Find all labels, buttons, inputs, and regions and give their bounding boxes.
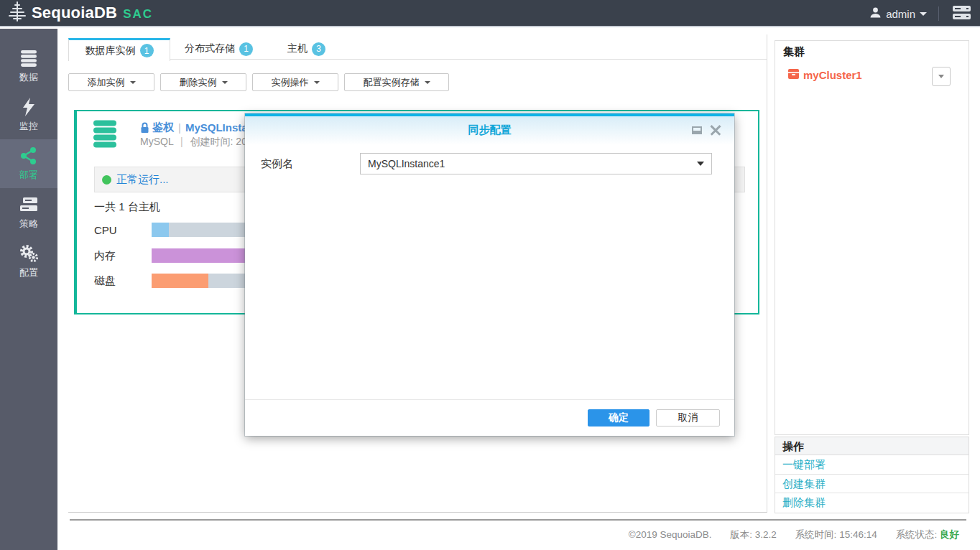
left-sidebar: 数据 监控 (0, 29, 57, 550)
hosts-summary: 一共 1 台主机 (94, 200, 160, 214)
system-status-label: 系统状态: (895, 529, 937, 540)
configure-instance-storage-button[interactable]: 配置实例存储 (344, 73, 449, 91)
server-list-button[interactable] (951, 4, 973, 24)
modal-title: 同步配置 (245, 116, 734, 144)
cluster-dropdown-button[interactable] (932, 67, 951, 86)
add-instance-button[interactable]: 添加实例 (68, 73, 154, 91)
tab-count-badge: 1 (140, 44, 154, 57)
brand: SequoiaDB SAC (6, 0, 153, 26)
cancel-button[interactable]: 取消 (656, 409, 720, 427)
copyright: ©2019 SequoiaDB. (629, 529, 712, 540)
sidebar-item-label: 监控 (19, 120, 38, 133)
button-label: 实例操作 (272, 76, 309, 89)
sidebar-item-label: 数据 (19, 71, 38, 84)
server-icon (952, 5, 971, 23)
top-navbar: SequoiaDB SAC admin (0, 0, 980, 27)
meter-label: 内存 (94, 249, 152, 263)
delete-instance-button[interactable]: 删除实例 (160, 73, 246, 91)
version-value: 3.2.2 (755, 529, 777, 540)
sidebar-item-data[interactable]: 数据 (0, 42, 57, 90)
actions-panel-title: 操作 (775, 437, 969, 455)
close-icon[interactable] (710, 124, 721, 136)
tab-bar: 数据库实例 1 分布式存储 1 主机 3 (68, 38, 327, 60)
tab-label: 数据库实例 (85, 45, 136, 57)
sidebar-item-label: 策略 (19, 218, 38, 230)
share-icon (19, 146, 38, 165)
footer: ©2019 SequoiaDB. 版本: 3.2.2 系统时间: 15:46:1… (68, 528, 959, 541)
actions-panel: 操作 一键部署 创建集群 删除集群 (775, 437, 969, 513)
brand-product: SAC (123, 7, 153, 22)
one-click-deploy-link[interactable]: 一键部署 (775, 455, 969, 475)
chevron-down-icon (920, 12, 927, 16)
button-label: 添加实例 (88, 76, 125, 89)
chevron-down-icon (314, 81, 320, 84)
status-dot-icon (102, 175, 111, 185)
cluster-box-icon (788, 69, 799, 81)
sidebar-item-config[interactable]: 配置 (0, 237, 57, 286)
tab-count-badge: 3 (312, 42, 325, 56)
chevron-down-icon (130, 81, 136, 84)
sidebar-item-monitor[interactable]: 监控 (0, 90, 57, 139)
tab-label: 主机 (287, 42, 308, 55)
user-icon (869, 6, 882, 21)
tab-label: 分布式存储 (185, 42, 235, 55)
navbar-divider (938, 6, 939, 21)
navbar-right: admin (869, 0, 973, 27)
chevron-down-icon (697, 162, 704, 166)
window-restore-icon[interactable] (692, 126, 702, 134)
chevron-down-icon (222, 81, 228, 84)
modal-header[interactable]: 同步配置 (245, 116, 734, 145)
brand-name: SequoiaDB (32, 4, 117, 22)
sync-config-modal: 同步配置 实例名 MySQLInstance1 确定 取消 (245, 113, 734, 436)
bolt-icon (21, 98, 37, 116)
lock-icon (140, 122, 149, 134)
sidebar-item-deploy[interactable]: 部署 (0, 139, 57, 188)
instance-name-select[interactable]: MySQLInstance1 (360, 153, 712, 174)
status-text: 正常运行... (116, 173, 169, 187)
tab-count-badge: 1 (239, 42, 253, 56)
disk-meter-fill (152, 274, 208, 288)
version-label: 版本: (730, 529, 752, 540)
tab-hosts[interactable]: 主机 3 (286, 38, 327, 60)
cluster-panel-title: 集群 (783, 45, 805, 59)
cluster-panel: 集群 myCluster1 (775, 40, 969, 435)
separator: | (180, 136, 183, 147)
meter-label: CPU (94, 224, 152, 236)
separator: | (178, 121, 181, 134)
system-status-value: 良好 (940, 529, 959, 540)
sidebar-item-label: 部署 (19, 169, 38, 182)
meter-label: 磁盘 (94, 274, 152, 288)
button-label: 配置实例存储 (364, 76, 420, 89)
sequoia-tree-logo-icon (6, 0, 29, 26)
auth-label: 鉴权 (152, 121, 174, 134)
create-cluster-link[interactable]: 创建集群 (775, 475, 969, 494)
cluster-item-mycluster1[interactable]: myCluster1 (788, 69, 862, 81)
mysql-database-icon (93, 120, 117, 152)
gears-icon (19, 244, 38, 263)
database-icon (19, 49, 38, 67)
chevron-down-icon (425, 81, 430, 84)
instance-name-field-label: 实例名 (261, 157, 293, 171)
system-time-label: 系统时间: (795, 529, 837, 540)
sidebar-item-label: 配置 (19, 266, 38, 279)
sidebar-item-strategy[interactable]: 策略 (0, 188, 57, 237)
tab-database-instances[interactable]: 数据库实例 1 (68, 38, 170, 61)
chevron-down-icon (938, 75, 944, 78)
user-menu[interactable]: admin (869, 6, 927, 21)
cluster-name: myCluster1 (803, 69, 862, 81)
ok-button[interactable]: 确定 (588, 409, 650, 427)
user-name: admin (886, 8, 915, 20)
button-label: 删除实例 (180, 76, 217, 89)
select-value: MySQLInstance1 (368, 158, 445, 169)
modal-footer: 确定 取消 (245, 399, 734, 436)
instance-toolbar: 添加实例 删除实例 实例操作 配置实例存储 (68, 73, 449, 91)
cpu-meter-fill (152, 223, 169, 237)
footer-divider (70, 519, 966, 521)
instance-operation-button[interactable]: 实例操作 (252, 73, 338, 91)
tab-distributed-storage[interactable]: 分布式存储 1 (183, 38, 254, 60)
server-stack-icon (19, 195, 38, 214)
instance-type: MySQL (140, 136, 173, 147)
app-root: SequoiaDB SAC admin (0, 0, 980, 550)
system-time-value: 15:46:14 (839, 529, 877, 540)
delete-cluster-link[interactable]: 删除集群 (775, 493, 969, 513)
